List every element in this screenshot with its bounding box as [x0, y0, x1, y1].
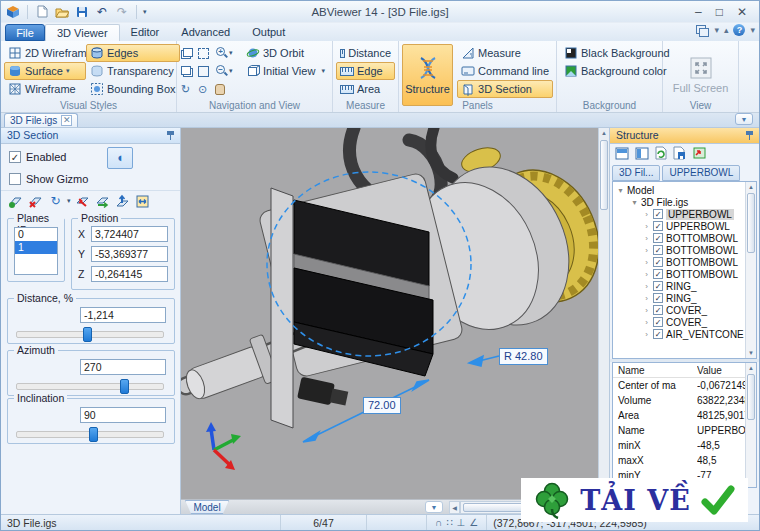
enabled-checkbox[interactable]: ✓ [9, 151, 21, 163]
window-cascade-icon[interactable] [696, 25, 709, 36]
scroll-up-icon[interactable]: ▲ [599, 128, 609, 139]
close-button[interactable]: ✕ [737, 5, 747, 19]
property-row[interactable]: maxX48,5 [613, 453, 756, 468]
structure-tree[interactable]: ▾Model ▾3D File.igs ›✓UPPERBOWL›✓UPPERBO… [612, 181, 757, 359]
open-file-icon[interactable] [54, 4, 70, 20]
tree-item-checkbox[interactable]: ✓ [653, 233, 663, 243]
tree-collapse-icon[interactable]: ▾ [617, 186, 624, 195]
tree-item-checkbox[interactable]: ✓ [653, 245, 663, 255]
align-x-icon[interactable] [74, 193, 91, 209]
tree-item-checkbox[interactable]: ✓ [653, 209, 663, 219]
position-x-input[interactable]: 3,724407 [91, 226, 168, 242]
rotate-plane-icon[interactable]: ↻ [47, 193, 64, 209]
zoom-previous-icon[interactable]: ⊙ [198, 84, 207, 95]
tree-expander-icon[interactable]: › [643, 318, 650, 327]
save-structure-icon[interactable] [673, 146, 686, 162]
tree-item-row[interactable]: ›✓BOTTOMBOWL [617, 244, 756, 256]
tree-item-checkbox[interactable]: ✓ [653, 329, 663, 339]
tree-item-row[interactable]: ›✓BOTTOMBOWL [617, 268, 756, 280]
tree-item-checkbox[interactable]: ✓ [653, 257, 663, 267]
scroll-thumb[interactable] [600, 140, 608, 210]
app-icon[interactable] [5, 4, 21, 20]
3d-viewport[interactable]: 72.00 R 42.80 ▲ Model ▼ ◀ [181, 128, 609, 514]
measure-panel-button[interactable]: Measure [457, 44, 553, 62]
area-button[interactable]: Area [336, 80, 395, 98]
viewport-vertical-scrollbar[interactable]: ▲ [598, 128, 609, 499]
export-structure-icon[interactable] [692, 146, 707, 162]
delete-plane-icon[interactable] [27, 193, 44, 209]
tree-expander-icon[interactable]: › [643, 282, 650, 291]
undo-icon[interactable]: ↶ [94, 4, 110, 20]
tree-item-label[interactable]: AIR_VENTCONE [666, 329, 744, 340]
distance-slider[interactable] [16, 331, 164, 338]
snap-icon[interactable]: ∩ [433, 517, 444, 528]
structure-panel-button[interactable]: Structure [402, 44, 453, 106]
surface-dropdown-icon[interactable]: ▾ [66, 67, 70, 75]
panel-collapse-chevron[interactable]: ▼ [735, 113, 753, 125]
scroll-up-icon[interactable]: ▲ [746, 363, 756, 373]
tree-item-row[interactable]: ›✓UPPERBOWL [617, 220, 756, 232]
position-z-input[interactable]: -0,264145 [91, 266, 168, 282]
tree-root-label[interactable]: Model [627, 185, 654, 196]
planes-list-item[interactable]: 1 [15, 241, 57, 254]
property-row[interactable]: NameUPPERBOWL [613, 423, 756, 438]
refresh-structure-icon[interactable] [655, 146, 667, 162]
tree-item-label[interactable]: BOTTOMBOWL [666, 245, 738, 256]
3d-section-panel-header[interactable]: 3D Section [1, 128, 180, 144]
transparency-button[interactable]: Transparency [86, 62, 180, 80]
property-row[interactable]: Volume63822,23489... [613, 393, 756, 408]
tree-item-checkbox[interactable]: ✓ [653, 221, 663, 231]
minimize-button[interactable]: – [695, 5, 702, 19]
tree-item-checkbox[interactable]: ✓ [653, 281, 663, 291]
fit-section-icon[interactable] [134, 193, 151, 209]
structure-tab-file[interactable]: 3D Fil... [612, 165, 660, 181]
scroll-thumb[interactable] [747, 193, 755, 253]
orbit-views-icon[interactable] [181, 48, 193, 59]
bounding-box-button[interactable]: Bounding Box [86, 80, 180, 98]
tree-expander-icon[interactable]: › [643, 294, 650, 303]
tree-item-label[interactable]: UPPERBOWL [666, 209, 734, 220]
add-plane-icon[interactable] [7, 193, 24, 209]
tree-item-checkbox[interactable]: ✓ [653, 293, 663, 303]
tree-item-row[interactable]: ›✓COVER_ [617, 304, 756, 316]
initial-view-button[interactable]: Initial View [242, 62, 319, 80]
tree-expander-icon[interactable]: › [643, 270, 650, 279]
planes-list[interactable]: 01 [14, 227, 58, 275]
help-dropdown-icon[interactable]: ▾ [750, 25, 755, 35]
3d-section-panel-button[interactable]: 3D Section [457, 80, 553, 98]
layout-vertical-icon[interactable] [635, 147, 649, 162]
zoom-out-button[interactable]: −▾ [214, 62, 240, 80]
tab-3d-viewer[interactable]: 3D Viewer [45, 24, 120, 41]
tree-item-row[interactable]: ›✓BOTTOMBOWL [617, 232, 756, 244]
tree-expander-icon[interactable]: › [643, 246, 650, 255]
pan-icon[interactable] [215, 84, 225, 95]
align-y-icon[interactable] [94, 193, 111, 209]
full-screen-button[interactable]: Full Screen [672, 44, 730, 106]
surface-button[interactable]: Surface▾ [4, 62, 86, 80]
command-line-button[interactable]: Command line [457, 62, 553, 80]
tree-item-checkbox[interactable]: ✓ [653, 305, 663, 315]
model-layout-tab[interactable]: Model [185, 500, 229, 514]
align-z-icon[interactable] [114, 193, 131, 209]
grid-icon[interactable]: ∷ [444, 517, 454, 528]
rotate-3d-icon[interactable]: ↻ [181, 84, 190, 95]
document-tab[interactable]: 3D File.igs ✕ [4, 113, 78, 127]
draw-style-icon[interactable]: ∠ [467, 517, 480, 528]
tree-item-row[interactable]: ›✓RING_ [617, 280, 756, 292]
tree-item-label[interactable]: RING_ [666, 281, 697, 292]
tree-expander-icon[interactable]: › [643, 210, 650, 219]
document-tab-close-icon[interactable]: ✕ [61, 115, 72, 126]
inclination-slider[interactable] [16, 431, 164, 438]
pin-icon[interactable] [166, 131, 175, 140]
tree-item-row[interactable]: ›✓AIR_VENTCONE [617, 328, 756, 340]
tab-output[interactable]: Output [241, 24, 296, 41]
tree-collapse-icon[interactable]: ▾ [631, 198, 638, 207]
tree-expander-icon[interactable]: › [643, 306, 650, 315]
tree-file-row[interactable]: ▾3D File.igs [617, 196, 756, 208]
property-row[interactable]: minX-48,5 [613, 438, 756, 453]
tree-item-label[interactable]: COVER_ [666, 305, 707, 316]
edge-button[interactable]: Edge [336, 62, 395, 80]
background-color-button[interactable]: Background color [560, 62, 659, 80]
tree-item-row[interactable]: ›✓UPPERBOWL [617, 208, 756, 220]
tab-editor[interactable]: Editor [120, 24, 171, 41]
